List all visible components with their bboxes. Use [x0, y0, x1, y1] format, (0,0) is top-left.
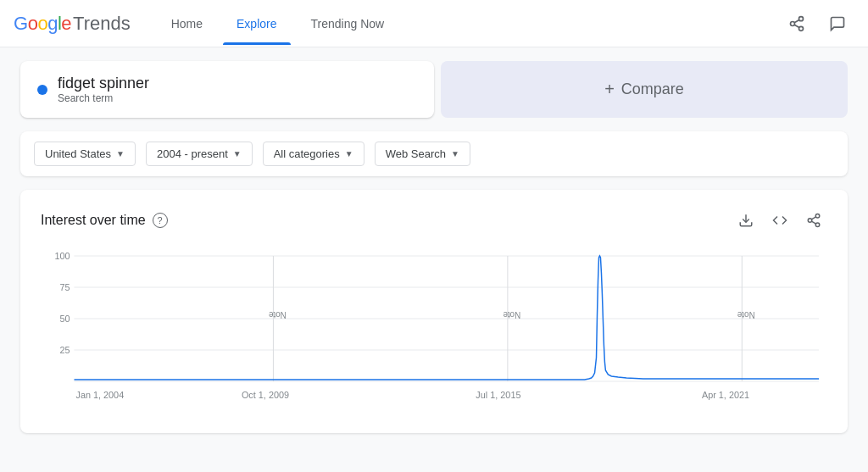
category-filter-label: All categories: [274, 147, 340, 160]
download-button[interactable]: [732, 207, 760, 234]
chart-title: Interest over time: [41, 213, 146, 228]
svg-point-8: [815, 223, 820, 227]
svg-line-4: [794, 19, 799, 22]
main-content: fidget spinner Search term + Compare Uni…: [0, 47, 868, 447]
search-type-filter[interactable]: Web Search ▼: [375, 142, 470, 166]
search-type-filter-arrow: ▼: [451, 149, 459, 158]
trends-wordmark: Trends: [73, 13, 131, 35]
compare-card[interactable]: + Compare: [441, 61, 848, 118]
svg-point-1: [791, 21, 795, 25]
svg-text:50: 50: [59, 314, 70, 324]
trend-chart: 100 75 50 25 Note Note Note Jan 1, 2004: [41, 247, 827, 417]
share-button[interactable]: [780, 7, 814, 41]
compare-plus-icon: +: [604, 80, 615, 99]
compare-label: Compare: [621, 81, 684, 98]
svg-line-3: [794, 25, 799, 27]
main-nav: Home Explore Trending Now: [158, 10, 780, 37]
svg-text:Oct 1, 2009: Oct 1, 2009: [242, 390, 289, 400]
chart-share-button[interactable]: [800, 207, 827, 234]
region-filter[interactable]: United States ▼: [34, 142, 136, 166]
chart-header: Interest over time ?: [41, 207, 827, 234]
search-type-filter-label: Web Search: [386, 147, 446, 160]
google-wordmark: Google: [14, 13, 71, 35]
category-filter[interactable]: All categories ▼: [263, 142, 364, 166]
svg-text:Note: Note: [269, 310, 287, 319]
svg-text:Apr 1, 2021: Apr 1, 2021: [702, 390, 749, 400]
term-dot: [37, 85, 47, 95]
help-icon[interactable]: ?: [153, 213, 168, 228]
filters-bar: United States ▼ 2004 - present ▼ All cat…: [20, 131, 848, 176]
svg-text:Note: Note: [737, 310, 754, 319]
svg-line-10: [811, 217, 815, 219]
svg-text:Jul 1, 2015: Jul 1, 2015: [476, 390, 520, 400]
term-info: fidget spinner Search term: [58, 75, 149, 104]
svg-line-9: [811, 221, 815, 224]
region-filter-label: United States: [45, 147, 111, 160]
chart-actions: [732, 207, 827, 234]
svg-point-0: [799, 16, 804, 20]
time-filter[interactable]: 2004 - present ▼: [146, 142, 253, 166]
svg-text:100: 100: [54, 251, 70, 261]
logo: Google Trends: [14, 13, 131, 35]
svg-point-7: [808, 219, 812, 223]
svg-text:Jan 1, 2004: Jan 1, 2004: [75, 390, 124, 400]
chart-title-area: Interest over time ?: [41, 213, 168, 228]
time-filter-arrow: ▼: [233, 149, 242, 158]
nav-home[interactable]: Home: [158, 10, 216, 37]
time-filter-label: 2004 - present: [157, 147, 228, 160]
chart-container: 100 75 50 25 Note Note Note Jan 1, 2004: [41, 247, 827, 419]
search-term-card: fidget spinner Search term: [20, 61, 434, 118]
svg-text:75: 75: [59, 282, 70, 292]
svg-text:25: 25: [59, 345, 70, 355]
feedback-button[interactable]: [821, 7, 854, 41]
chart-section: Interest over time ?: [20, 190, 848, 433]
app-header: Google Trends Home Explore Trending Now: [0, 0, 868, 47]
svg-point-6: [815, 214, 820, 219]
header-actions: [780, 7, 854, 41]
embed-button[interactable]: [766, 207, 793, 234]
search-term-name: fidget spinner: [58, 75, 149, 92]
nav-trending-now[interactable]: Trending Now: [298, 10, 398, 37]
region-filter-arrow: ▼: [116, 149, 125, 158]
search-term-type: Search term: [58, 92, 149, 104]
nav-explore[interactable]: Explore: [223, 10, 290, 37]
svg-point-2: [799, 26, 804, 31]
search-area: fidget spinner Search term + Compare: [20, 61, 848, 118]
category-filter-arrow: ▼: [345, 149, 353, 158]
svg-text:Note: Note: [503, 310, 520, 319]
